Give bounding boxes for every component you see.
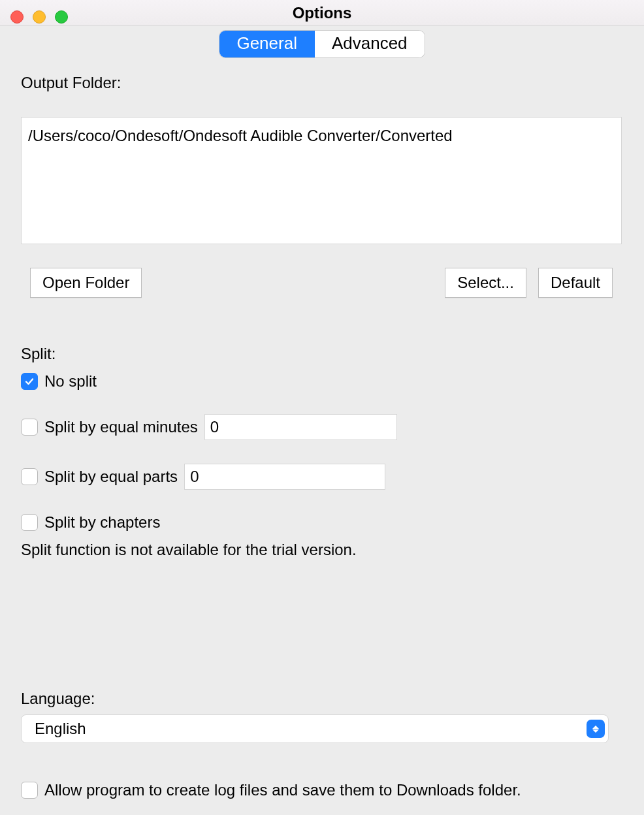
options-window: Options General Advanced Output Folder: … [0,0,644,815]
open-folder-button[interactable]: Open Folder [30,268,142,298]
trial-note: Split function is not available for the … [21,541,623,559]
minimize-window-button[interactable] [33,10,46,24]
language-value: English [35,720,86,738]
split-chapters-label: Split by chapters [44,513,160,532]
split-section-label: Split: [21,345,623,363]
tab-general[interactable]: General [219,31,315,57]
no-split-checkbox[interactable] [21,373,38,390]
split-parts-label: Split by equal parts [44,468,178,486]
window-title: Options [293,4,352,22]
tab-advanced[interactable]: Advanced [315,31,425,57]
split-minutes-input[interactable] [204,414,397,440]
output-buttons-row: Open Folder Select... Default [21,268,623,298]
tab-bar: General Advanced [0,26,644,58]
split-minutes-checkbox[interactable] [21,419,38,436]
split-parts-option[interactable]: Split by equal parts [21,464,623,490]
tab-segmented-control: General Advanced [219,30,425,58]
split-parts-input[interactable] [184,464,385,490]
chevron-down-icon [592,729,599,733]
allow-log-option[interactable]: Allow program to create log files and sa… [21,781,623,799]
default-folder-button[interactable]: Default [538,268,613,298]
no-split-option[interactable]: No split [21,372,623,391]
split-minutes-option[interactable]: Split by equal minutes [21,414,623,440]
split-chapters-option[interactable]: Split by chapters [21,513,623,532]
output-folder-label: Output Folder: [21,74,623,92]
window-controls [10,10,68,24]
allow-log-checkbox[interactable] [21,782,38,799]
allow-log-label: Allow program to create log files and sa… [44,781,521,799]
content-area: Output Folder: /Users/coco/Ondesoft/Onde… [0,58,644,815]
split-chapters-checkbox[interactable] [21,514,38,531]
language-label: Language: [21,690,623,708]
titlebar: Options [0,0,644,26]
split-parts-checkbox[interactable] [21,468,38,485]
split-minutes-label: Split by equal minutes [44,418,198,436]
close-window-button[interactable] [10,10,24,24]
no-split-label: No split [44,372,97,391]
output-folder-path[interactable]: /Users/coco/Ondesoft/Ondesoft Audible Co… [21,117,622,244]
checkmark-icon [24,376,35,387]
language-select[interactable]: English [21,714,609,743]
select-stepper-icon [587,720,605,738]
zoom-window-button[interactable] [55,10,68,24]
select-folder-button[interactable]: Select... [445,268,526,298]
chevron-up-icon [592,726,599,729]
